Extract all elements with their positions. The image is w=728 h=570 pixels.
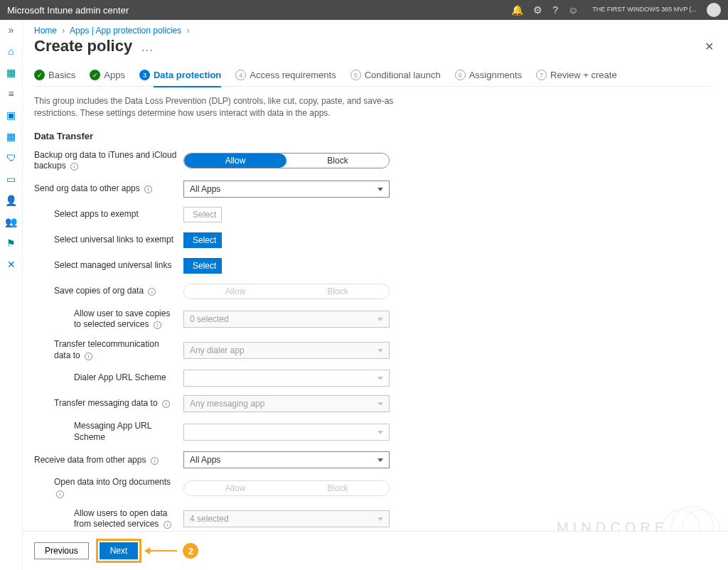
select-send-org-data[interactable]: All Apps: [183, 181, 390, 198]
info-icon[interactable]: i: [70, 163, 78, 171]
label-allow-save-services: Allow user to save copies to selected se…: [34, 308, 183, 330]
breadcrumb-item[interactable]: Home: [34, 26, 57, 36]
select-receive-data[interactable]: All Apps: [183, 451, 390, 468]
account-label: THE FIRST WINDOWS 365 MVP (...: [592, 6, 697, 14]
step-access-requirements[interactable]: 4Access requirements: [235, 70, 336, 80]
left-nav-rail: » ⌂ ▦ ≡ ▣ ▦ 🛡 ▭ 👤 👥 ⚑ ✕: [0, 20, 23, 570]
callout-2: 2: [149, 543, 198, 559]
step-review-create[interactable]: 7Review + create: [536, 70, 617, 80]
step-description: This group includes the Data Loss Preven…: [34, 95, 432, 119]
devices-icon[interactable]: ▣: [6, 109, 17, 121]
endpoint-security-icon[interactable]: 🛡: [6, 152, 17, 163]
product-title: Microsoft Intune admin center: [7, 5, 129, 16]
highlight-box-2: Next: [96, 539, 142, 563]
more-actions-icon[interactable]: …: [141, 40, 154, 54]
previous-button[interactable]: Previous: [34, 542, 89, 559]
input-messaging-scheme: [183, 424, 390, 441]
step-data-protection[interactable]: 3Data protection: [139, 70, 221, 80]
toggle-open-org-docs: Allow Block: [183, 480, 390, 496]
select-exempt-apps-button: Select: [183, 207, 222, 222]
label-backup: Backup org data to iTunes and iCloud bac…: [34, 150, 183, 172]
toggle-save-copies: Allow Block: [183, 284, 390, 299]
topbar: Microsoft Intune admin center 🔔 ⚙ ? ☺ TH…: [0, 0, 728, 20]
info-icon[interactable]: i: [154, 321, 161, 329]
step-conditional-launch[interactable]: 5Conditional launch: [350, 70, 441, 80]
feedback-icon[interactable]: ☺: [568, 4, 578, 16]
next-button[interactable]: Next: [100, 542, 139, 559]
select-save-services: 0 selected: [183, 311, 390, 328]
apps-icon[interactable]: ▦: [6, 131, 17, 142]
wizard-footer: Previous Next 2: [23, 531, 728, 570]
info-icon[interactable]: i: [164, 521, 171, 529]
home-icon[interactable]: ⌂: [6, 45, 17, 57]
label-exempt-apps: Select apps to exempt: [34, 209, 183, 220]
page-title: Create policy: [34, 37, 132, 55]
label-dialer-scheme: Dialer App URL Scheme: [34, 372, 183, 384]
input-dialer-scheme: [183, 370, 390, 387]
label-transfer-telecom: Transfer telecommunication data to i: [34, 339, 183, 361]
label-messaging-scheme: Messaging App URL Scheme: [34, 421, 183, 443]
dashboard-icon[interactable]: ▦: [6, 67, 17, 78]
close-icon[interactable]: ✕: [705, 40, 714, 53]
users-icon[interactable]: 👤: [6, 195, 17, 206]
wizard-steps: Basics Apps 3Data protection 4Access req…: [34, 70, 714, 87]
step-basics[interactable]: Basics: [34, 70, 75, 80]
select-managed-links-button[interactable]: Select: [183, 258, 222, 274]
reports-icon[interactable]: ▭: [6, 173, 17, 185]
troubleshoot-icon[interactable]: ✕: [6, 259, 17, 270]
section-data-transfer: Data Transfer: [34, 131, 714, 141]
select-transfer-telecom: Any dialer app: [183, 342, 390, 359]
groups-icon[interactable]: 👥: [6, 216, 17, 227]
notifications-icon[interactable]: 🔔: [511, 4, 523, 16]
label-save-copies: Save copies of org data i: [34, 286, 183, 297]
info-icon[interactable]: i: [144, 185, 152, 193]
all-services-icon[interactable]: ≡: [6, 88, 17, 100]
label-receive-data: Receive data from other apps i: [34, 455, 183, 466]
settings-icon[interactable]: ⚙: [533, 4, 542, 16]
select-exempt-links-button[interactable]: Select: [183, 232, 222, 248]
help-icon[interactable]: ?: [552, 4, 558, 16]
breadcrumb-item[interactable]: Apps | App protection policies: [70, 26, 181, 36]
label-managed-links: Select managed universal links: [34, 260, 183, 271]
select-transfer-messaging: Any messaging app: [183, 395, 390, 412]
label-send-org-data: Send org data to other apps i: [34, 183, 183, 195]
label-transfer-messaging: Transfer messaging data to i: [34, 398, 183, 409]
select-open-services: 4 selected: [183, 510, 390, 527]
label-exempt-links: Select universal links to exempt: [34, 235, 183, 246]
label-open-org-docs: Open data into Org documents i: [34, 477, 183, 499]
info-icon[interactable]: i: [148, 288, 156, 296]
info-icon[interactable]: i: [151, 457, 159, 465]
menu-toggle-icon[interactable]: »: [6, 24, 17, 36]
tenant-admin-icon[interactable]: ⚑: [6, 237, 17, 249]
label-allow-open-services: Allow users to open data from selected s…: [34, 508, 183, 530]
toggle-backup[interactable]: Allow Block: [183, 153, 390, 168]
breadcrumb: Home › Apps | App protection policies ›: [34, 26, 714, 36]
step-assignments[interactable]: 6Assignments: [455, 70, 522, 80]
info-icon[interactable]: i: [56, 490, 64, 498]
info-icon[interactable]: i: [85, 353, 92, 360]
info-icon[interactable]: i: [162, 400, 170, 408]
avatar[interactable]: [707, 3, 721, 17]
step-apps[interactable]: Apps: [90, 70, 125, 80]
